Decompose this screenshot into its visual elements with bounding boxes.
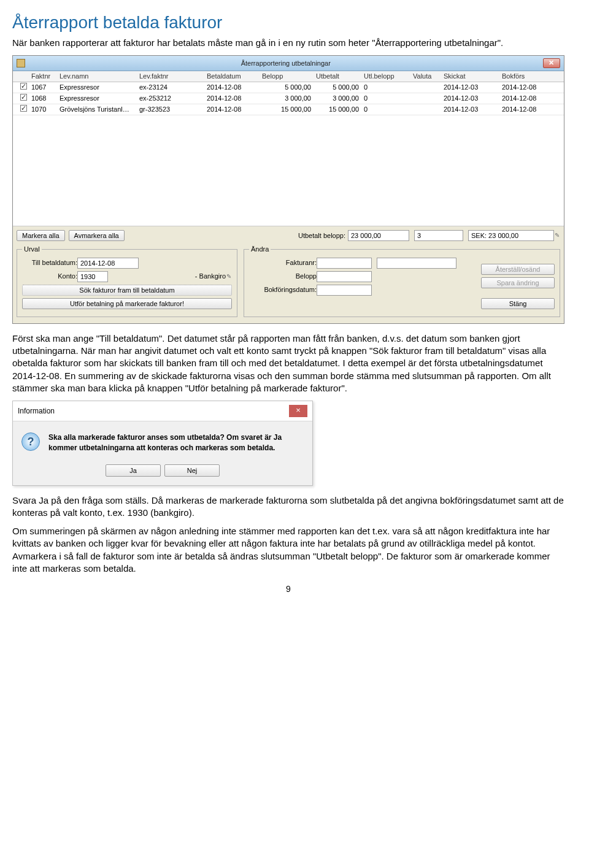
sok-fakturor-button[interactable]: Sök fakturor fram till betaldatum — [22, 285, 232, 296]
andra-legend: Ändra — [249, 245, 271, 254]
konto-label: Konto: — [22, 272, 77, 281]
cell-levfaktnr: ex-23124 — [139, 83, 207, 92]
page-heading: Återrapport betalda fakturor — [12, 11, 564, 34]
dialog-no-button[interactable]: Nej — [164, 464, 220, 477]
lower-panel: Markera alla Avmarkera alla Utbetalt bel… — [13, 226, 564, 323]
col-betaldatum[interactable]: Betaldatum — [207, 72, 262, 81]
col-belopp[interactable]: Belopp — [262, 72, 316, 81]
table-row[interactable]: 1068Expressresorex-2532122014-12-083 000… — [13, 93, 564, 104]
paragraph-2: Först ska man ange "Till betaldatum". De… — [12, 332, 564, 394]
info-icon: ? — [21, 432, 40, 451]
utfor-betalning-button[interactable]: Utför betalning på markerade fakturor! — [22, 298, 232, 309]
stang-button[interactable]: Stäng — [481, 298, 555, 309]
cell-betaldatum: 2014-12-08 — [207, 105, 262, 114]
cell-belopp: 15 000,00 — [262, 105, 316, 114]
sek-field[interactable] — [468, 230, 554, 241]
konto-text: - Bankgiro — [113, 272, 226, 281]
dialog-close-icon[interactable]: × — [289, 405, 307, 417]
cell-utlbelopp: 0 — [364, 94, 413, 103]
table-row[interactable]: 1070Grövelsjöns Turistanl…gr-3235232014-… — [13, 104, 564, 115]
window-screenshot: Återrapportering utbetalningar ✕ Faktnr … — [12, 55, 564, 324]
cell-faktnr: 1068 — [31, 94, 60, 103]
till-betaldatum-input[interactable] — [77, 258, 139, 269]
cell-bokfors: 2014-12-08 — [502, 94, 551, 103]
dialog-title: Information — [18, 406, 55, 416]
cell-utbetalt: 5 000,00 — [316, 83, 364, 92]
col-utlbelopp[interactable]: Utl.belopp — [364, 72, 413, 81]
col-valuta[interactable]: Valuta — [413, 72, 444, 81]
table-row[interactable]: 1067Expressresorex-231242014-12-085 000,… — [13, 82, 564, 93]
cell-levnamn: Expressresor — [60, 94, 139, 103]
col-bokfors[interactable]: Bokförs — [502, 72, 551, 81]
bokforingsdatum-label: Bokföringsdatum: — [249, 285, 317, 294]
page-number: 9 — [12, 583, 564, 595]
cell-faktnr: 1067 — [31, 83, 60, 92]
cell-utlbelopp: 0 — [364, 83, 413, 92]
cell-skickat: 2014-12-03 — [444, 83, 502, 92]
cell-betaldatum: 2014-12-08 — [207, 83, 262, 92]
spara-andring-button[interactable]: Spara ändring — [481, 277, 555, 288]
wand-icon[interactable]: ✎ — [554, 231, 560, 240]
markera-alla-button[interactable]: Markera alla — [17, 230, 65, 241]
cell-faktnr: 1070 — [31, 105, 60, 114]
konto-input[interactable] — [77, 271, 108, 282]
cell-levnamn: Grövelsjöns Turistanl… — [60, 105, 139, 114]
titlebar: Återrapportering utbetalningar ✕ — [13, 56, 564, 71]
cell-bokfors: 2014-12-08 — [502, 105, 551, 114]
cell-skickat: 2014-12-03 — [444, 105, 502, 114]
info-dialog: Information × ? Ska alla markerade faktu… — [12, 401, 313, 486]
cell-betaldatum: 2014-12-08 — [207, 94, 262, 103]
cell-utlbelopp: 0 — [364, 105, 413, 114]
wand-icon[interactable]: ✎ — [226, 272, 232, 281]
urval-legend: Urval — [22, 245, 42, 254]
col-skickat[interactable]: Skickat — [444, 72, 502, 81]
cell-belopp: 3 000,00 — [262, 94, 316, 103]
cell-levfaktnr: ex-253212 — [139, 94, 207, 103]
cell-belopp: 5 000,00 — [262, 83, 316, 92]
cell-utbetalt: 3 000,00 — [316, 94, 364, 103]
urval-fieldset: Urval Till betaldatum: Konto: - Bankgiro… — [17, 245, 237, 317]
avmarkera-alla-button[interactable]: Avmarkera alla — [69, 230, 125, 241]
dialog-message: Ska alla markerade fakturor anses som ut… — [48, 432, 304, 453]
cell-bokfors: 2014-12-08 — [502, 83, 551, 92]
paragraph-3: Svara Ja på den fråga som ställs. Då mar… — [12, 494, 564, 520]
window-icon — [17, 59, 25, 67]
row-checkbox[interactable] — [20, 83, 27, 90]
row-checkbox[interactable] — [20, 94, 27, 101]
intro-paragraph: När banken rapporterar att fakturor har … — [12, 37, 564, 49]
col-levfaktnr[interactable]: Lev.faktnr — [139, 72, 207, 81]
col-utbetalt[interactable]: Utbetalt — [316, 72, 364, 81]
utbetalt-belopp-label: Utbetalt belopp: — [298, 231, 345, 240]
dialog-yes-button[interactable]: Ja — [106, 464, 161, 477]
data-grid: Faktnr Lev.namn Lev.faktnr Betaldatum Be… — [13, 71, 564, 226]
row-checkbox[interactable] — [20, 105, 27, 112]
col-levnamn[interactable]: Lev.namn — [60, 72, 139, 81]
count-field[interactable] — [414, 230, 463, 241]
cell-levnamn: Expressresor — [60, 83, 139, 92]
paragraph-4: Om summeringen på skärmen av någon anled… — [12, 525, 564, 575]
aterstall-button[interactable]: Återställ/osänd — [481, 264, 555, 275]
close-icon[interactable]: ✕ — [543, 58, 560, 68]
col-faktnr[interactable]: Faktnr — [31, 72, 60, 81]
cell-utbetalt: 15 000,00 — [316, 105, 364, 114]
grid-header-row: Faktnr Lev.namn Lev.faktnr Betaldatum Be… — [13, 71, 564, 82]
cell-skickat: 2014-12-03 — [444, 94, 502, 103]
belopp-input[interactable] — [317, 271, 372, 282]
fakturanr-label: Fakturanr: — [249, 258, 317, 267]
window-title: Återrapportering utbetalningar — [29, 59, 543, 68]
bokforingsdatum-input[interactable] — [317, 285, 372, 296]
utbetalt-belopp-field[interactable] — [348, 230, 409, 241]
belopp-label: Belopp — [249, 272, 317, 281]
till-betaldatum-label: Till betaldatum: — [22, 258, 77, 267]
andra-fieldset: Ändra Fakturanr: Belopp — [244, 245, 560, 317]
fakturanr-extra-input[interactable] — [377, 258, 456, 269]
fakturanr-input[interactable] — [317, 258, 372, 269]
cell-levfaktnr: gr-323523 — [139, 105, 207, 114]
